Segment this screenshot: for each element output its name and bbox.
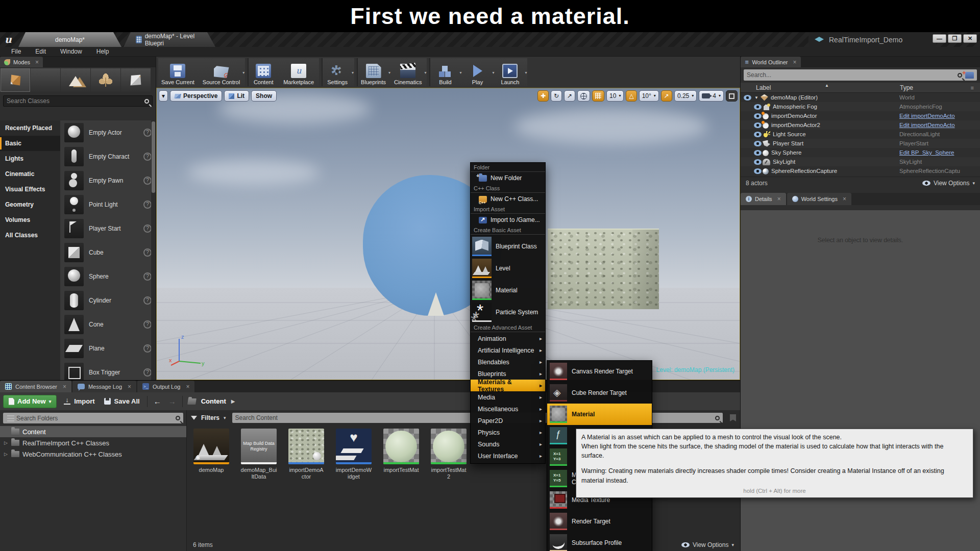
- visibility-eye-icon[interactable]: [754, 113, 762, 119]
- message-log-tab[interactable]: Message Log ×: [72, 381, 136, 392]
- basic-asset-item[interactable]: Level: [471, 257, 545, 279]
- submenu-item[interactable]: Cube Render Target: [547, 382, 652, 404]
- perspective-button[interactable]: Perspective: [170, 90, 222, 102]
- menu-bar-item[interactable]: File: [5, 48, 27, 55]
- submenu-item[interactable]: Material: [547, 404, 652, 425]
- sort-ascending-icon[interactable]: ▲: [825, 83, 829, 88]
- concrete-cube-actor[interactable]: [548, 229, 659, 309]
- mode-landscape[interactable]: [61, 68, 90, 92]
- mode-paint[interactable]: [31, 68, 60, 92]
- mode-foliage[interactable]: [91, 68, 120, 92]
- asset-tile[interactable]: Map Build Data Registry demoMap_BuiltDat…: [238, 429, 279, 480]
- outliner-search-input[interactable]: [747, 71, 958, 79]
- toolbar-button[interactable]: Source Control ▾: [200, 58, 245, 86]
- folder-tree-row[interactable]: Content: [0, 426, 186, 437]
- output-log-tab-close-icon[interactable]: ×: [186, 383, 189, 390]
- placeable-item[interactable]: Point Light ?: [60, 192, 156, 216]
- toolbar-button[interactable]: Launch ▾: [495, 58, 527, 86]
- message-log-tab-close-icon[interactable]: ×: [128, 383, 131, 390]
- save-all-button[interactable]: Save All: [102, 397, 142, 405]
- menu-bar-item[interactable]: Edit: [29, 48, 52, 55]
- filters-button[interactable]: Filters: [201, 414, 219, 421]
- help-icon[interactable]: ?: [143, 320, 152, 329]
- asset-tile[interactable]: ✱ demoMap: [191, 429, 232, 480]
- outliner-row[interactable]: ▼ Player Start PlayerStart: [741, 139, 980, 148]
- placeable-item[interactable]: Player Start ?: [60, 216, 156, 240]
- help-icon[interactable]: ?: [143, 177, 152, 185]
- expand-arrow-icon[interactable]: ▷: [4, 440, 8, 445]
- world-outliner-tab[interactable]: ≣ World Outliner ×: [741, 57, 801, 67]
- scale-tool-button[interactable]: ↗: [564, 90, 575, 102]
- visibility-eye-icon[interactable]: [754, 104, 762, 110]
- world-settings-tab-close-icon[interactable]: ×: [843, 195, 846, 203]
- dropdown-arrow-icon[interactable]: ▾: [352, 70, 354, 75]
- basic-asset-item[interactable]: Blueprint Class: [471, 235, 545, 257]
- placement-category[interactable]: All Classes: [0, 228, 60, 243]
- menu-bar-item[interactable]: Help: [90, 48, 115, 55]
- outliner-row[interactable]: ▼ Sky Sphere Edit BP_Sky_Sphere: [741, 148, 980, 157]
- new-folder-icon[interactable]: [965, 72, 974, 79]
- label-column-header[interactable]: Label: [756, 84, 771, 91]
- asset-tile[interactable]: importDemoWidget: [333, 429, 374, 480]
- sources-toggle-icon[interactable]: [7, 415, 14, 421]
- visibility-eye-icon[interactable]: [754, 132, 762, 137]
- basic-asset-item[interactable]: Particle System: [471, 301, 545, 323]
- advanced-asset-category[interactable]: Media ▸: [471, 391, 545, 403]
- advanced-asset-category[interactable]: Miscellaneous ▸: [471, 403, 545, 415]
- placeable-item[interactable]: Cone ?: [60, 312, 156, 336]
- scrollbar-thumb[interactable]: [152, 121, 155, 193]
- dropdown-arrow-icon[interactable]: ▾: [525, 70, 527, 75]
- placement-category[interactable]: Basic: [0, 136, 60, 151]
- help-icon[interactable]: ?: [143, 201, 152, 209]
- folder-tree-row[interactable]: ▷ WebCommunication C++ Classes: [0, 448, 186, 460]
- mode-geometry[interactable]: [121, 68, 151, 92]
- toolbar-button[interactable]: Settings ▾: [322, 58, 354, 86]
- placement-category[interactable]: Recently Placed: [0, 120, 60, 136]
- window-control-button[interactable]: ✕: [963, 34, 977, 43]
- outliner-row[interactable]: ▼ importDemoActor2 Edit importDemoActo: [741, 120, 980, 130]
- content-view-options[interactable]: View Options ▾: [681, 541, 734, 548]
- placement-category[interactable]: Visual Effects: [0, 182, 60, 197]
- placement-category[interactable]: Geometry: [0, 197, 60, 212]
- toolbar-button[interactable]: Play ▾: [462, 58, 495, 86]
- rotation-snap-value[interactable]: 10°▾: [639, 90, 659, 102]
- placement-category[interactable]: Volumes: [0, 212, 60, 228]
- asset-tile[interactable]: importDemoActor: [286, 429, 327, 480]
- advanced-asset-category[interactable]: Blendables ▸: [471, 356, 545, 368]
- help-icon[interactable]: ?: [143, 153, 152, 161]
- placeable-item[interactable]: Sphere ?: [60, 264, 156, 288]
- import-to-game-item[interactable]: Import to /Game...: [471, 214, 545, 226]
- grid-snap-value[interactable]: 10▾: [606, 90, 624, 102]
- new-cpp-class-item[interactable]: New C++ Class...: [471, 193, 545, 205]
- expand-caret-icon[interactable]: ▼: [754, 95, 760, 100]
- world-settings-tab[interactable]: World Settings ×: [787, 193, 851, 205]
- advanced-asset-category[interactable]: Materials & Textures ▸: [471, 380, 545, 391]
- placement-category[interactable]: Lights: [0, 151, 60, 166]
- outliner-row[interactable]: ▼ demoMap (Editor) World: [741, 93, 980, 102]
- asset-tile[interactable]: importTestMat2: [428, 429, 469, 480]
- outliner-row[interactable]: ▼ importDemoActor Edit importDemoActo: [741, 111, 980, 120]
- submenu-item[interactable]: Canvas Render Target: [547, 361, 652, 382]
- breadcrumb[interactable]: Content: [201, 397, 226, 405]
- advanced-asset-category[interactable]: Physics ▸: [471, 427, 545, 438]
- window-control-button[interactable]: ❐: [948, 34, 962, 43]
- back-button[interactable]: ←: [153, 397, 162, 406]
- search-folders-input[interactable]: [16, 415, 176, 422]
- scrollbar-track[interactable]: [151, 120, 156, 380]
- help-icon[interactable]: ?: [143, 248, 152, 257]
- content-browser-tab-close-icon[interactable]: ×: [63, 383, 66, 390]
- placeable-item[interactable]: Plane ?: [60, 336, 156, 360]
- maximize-viewport-button[interactable]: [726, 90, 738, 102]
- rotate-tool-button[interactable]: ↻: [551, 90, 562, 102]
- viewport-options-dropdown[interactable]: ▾: [159, 90, 168, 102]
- asset-tile[interactable]: importTestMat: [381, 429, 422, 480]
- placeable-item[interactable]: Empty Charact ?: [60, 144, 156, 168]
- help-icon[interactable]: ?: [143, 224, 152, 233]
- placeable-item[interactable]: Cylinder ?: [60, 288, 156, 312]
- tab-demomap[interactable]: demoMap*: [18, 32, 121, 47]
- placeable-item[interactable]: Empty Pawn ?: [60, 168, 156, 192]
- outliner-row[interactable]: ▼ Light Source DirectionalLight: [741, 130, 980, 139]
- placement-category[interactable]: Cinematic: [0, 166, 60, 182]
- camera-speed-button[interactable]: 4▾: [699, 90, 724, 102]
- import-button[interactable]: Import: [62, 397, 96, 405]
